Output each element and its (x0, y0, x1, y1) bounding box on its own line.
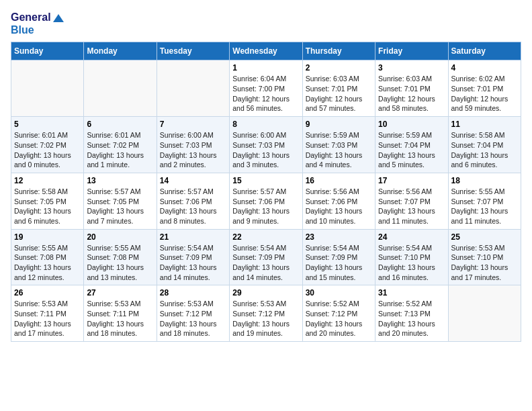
calendar-cell: 25Sunrise: 5:53 AM Sunset: 7:10 PM Dayli… (448, 229, 521, 285)
calendar-cell: 16Sunrise: 5:56 AM Sunset: 7:06 PM Dayli… (302, 173, 375, 229)
day-info: Sunrise: 5:54 AM Sunset: 7:09 PM Dayligh… (232, 243, 299, 283)
weekday-header-friday: Friday (375, 42, 448, 60)
calendar-cell: 10Sunrise: 5:59 AM Sunset: 7:04 PM Dayli… (375, 117, 448, 173)
day-info: Sunrise: 6:01 AM Sunset: 7:02 PM Dayligh… (87, 130, 153, 170)
weekday-header-wednesday: Wednesday (230, 42, 302, 60)
day-info: Sunrise: 5:54 AM Sunset: 7:09 PM Dayligh… (306, 243, 372, 283)
day-number: 25 (451, 232, 518, 242)
calendar-header-row: SundayMondayTuesdayWednesdayThursdayFrid… (11, 42, 521, 60)
calendar-cell: 30Sunrise: 5:52 AM Sunset: 7:12 PM Dayli… (302, 285, 375, 342)
day-number: 7 (160, 120, 226, 129)
calendar-cell: 15Sunrise: 5:57 AM Sunset: 7:06 PM Dayli… (230, 173, 302, 229)
day-info: Sunrise: 6:00 AM Sunset: 7:03 PM Dayligh… (160, 130, 226, 170)
day-number: 13 (87, 176, 153, 185)
calendar-week-row: 19Sunrise: 5:55 AM Sunset: 7:08 PM Dayli… (11, 229, 521, 285)
calendar-cell: 29Sunrise: 5:53 AM Sunset: 7:12 PM Dayli… (230, 285, 302, 342)
day-number: 3 (378, 63, 445, 73)
day-info: Sunrise: 5:54 AM Sunset: 7:09 PM Dayligh… (160, 243, 226, 283)
day-info: Sunrise: 5:58 AM Sunset: 7:05 PM Dayligh… (14, 187, 81, 226)
calendar-cell: 31Sunrise: 5:52 AM Sunset: 7:13 PM Dayli… (375, 285, 448, 342)
day-info: Sunrise: 5:56 AM Sunset: 7:07 PM Dayligh… (378, 187, 445, 226)
calendar-cell (84, 60, 157, 117)
day-info: Sunrise: 5:53 AM Sunset: 7:11 PM Dayligh… (87, 299, 153, 338)
day-number: 1 (232, 63, 299, 73)
calendar-cell: 7Sunrise: 6:00 AM Sunset: 7:03 PM Daylig… (157, 117, 229, 173)
day-info: Sunrise: 5:52 AM Sunset: 7:13 PM Dayligh… (378, 299, 445, 338)
day-info: Sunrise: 5:53 AM Sunset: 7:10 PM Dayligh… (451, 243, 518, 283)
day-number: 15 (232, 176, 299, 185)
day-number: 31 (378, 288, 445, 298)
day-info: Sunrise: 5:54 AM Sunset: 7:10 PM Dayligh… (378, 243, 445, 283)
calendar-week-row: 1Sunrise: 6:04 AM Sunset: 7:00 PM Daylig… (11, 60, 521, 117)
calendar-week-row: 26Sunrise: 5:53 AM Sunset: 7:11 PM Dayli… (11, 285, 521, 342)
day-info: Sunrise: 5:53 AM Sunset: 7:12 PM Dayligh… (160, 299, 226, 338)
day-number: 5 (14, 120, 81, 129)
calendar-cell: 12Sunrise: 5:58 AM Sunset: 7:05 PM Dayli… (11, 173, 84, 229)
day-number: 12 (14, 176, 81, 185)
calendar-cell (11, 60, 84, 117)
weekday-header-sunday: Sunday (11, 42, 84, 60)
calendar-week-row: 5Sunrise: 6:01 AM Sunset: 7:02 PM Daylig… (11, 117, 521, 173)
calendar-week-row: 12Sunrise: 5:58 AM Sunset: 7:05 PM Dayli… (11, 173, 521, 229)
page-header: General Blue (11, 11, 521, 36)
logo: General Blue (11, 11, 64, 36)
day-info: Sunrise: 5:53 AM Sunset: 7:12 PM Dayligh… (232, 299, 299, 338)
calendar-cell: 21Sunrise: 5:54 AM Sunset: 7:09 PM Dayli… (157, 229, 229, 285)
calendar-cell: 17Sunrise: 5:56 AM Sunset: 7:07 PM Dayli… (375, 173, 448, 229)
calendar-table: SundayMondayTuesdayWednesdayThursdayFrid… (11, 42, 521, 342)
day-number: 10 (378, 120, 445, 129)
day-info: Sunrise: 6:02 AM Sunset: 7:01 PM Dayligh… (451, 74, 518, 113)
calendar-cell: 14Sunrise: 5:57 AM Sunset: 7:06 PM Dayli… (157, 173, 229, 229)
calendar-cell: 22Sunrise: 5:54 AM Sunset: 7:09 PM Dayli… (230, 229, 302, 285)
day-number: 14 (160, 176, 226, 185)
calendar-cell: 13Sunrise: 5:57 AM Sunset: 7:05 PM Dayli… (84, 173, 157, 229)
calendar-cell: 3Sunrise: 6:03 AM Sunset: 7:01 PM Daylig… (375, 60, 448, 117)
day-info: Sunrise: 5:57 AM Sunset: 7:05 PM Dayligh… (87, 187, 153, 226)
day-number: 8 (232, 120, 299, 129)
day-info: Sunrise: 5:59 AM Sunset: 7:04 PM Dayligh… (378, 130, 445, 170)
day-info: Sunrise: 5:52 AM Sunset: 7:12 PM Dayligh… (306, 299, 372, 338)
calendar-cell: 23Sunrise: 5:54 AM Sunset: 7:09 PM Dayli… (302, 229, 375, 285)
day-info: Sunrise: 6:03 AM Sunset: 7:01 PM Dayligh… (378, 74, 445, 113)
day-number: 28 (160, 288, 226, 298)
calendar-cell: 27Sunrise: 5:53 AM Sunset: 7:11 PM Dayli… (84, 285, 157, 342)
weekday-header-saturday: Saturday (448, 42, 521, 60)
day-number: 27 (87, 288, 153, 298)
calendar-cell: 20Sunrise: 5:55 AM Sunset: 7:08 PM Dayli… (84, 229, 157, 285)
calendar-cell: 28Sunrise: 5:53 AM Sunset: 7:12 PM Dayli… (157, 285, 229, 342)
day-number: 9 (306, 120, 372, 129)
day-info: Sunrise: 5:57 AM Sunset: 7:06 PM Dayligh… (232, 187, 299, 226)
day-info: Sunrise: 6:04 AM Sunset: 7:00 PM Dayligh… (232, 74, 299, 113)
logo-text: General Blue (11, 11, 64, 36)
calendar-cell: 1Sunrise: 6:04 AM Sunset: 7:00 PM Daylig… (230, 60, 302, 117)
calendar-cell (157, 60, 229, 117)
calendar-cell (448, 285, 521, 342)
weekday-header-tuesday: Tuesday (157, 42, 229, 60)
weekday-header-thursday: Thursday (302, 42, 375, 60)
day-info: Sunrise: 6:00 AM Sunset: 7:03 PM Dayligh… (232, 130, 299, 170)
calendar-cell: 6Sunrise: 6:01 AM Sunset: 7:02 PM Daylig… (84, 117, 157, 173)
day-number: 18 (451, 176, 518, 185)
calendar-cell: 8Sunrise: 6:00 AM Sunset: 7:03 PM Daylig… (230, 117, 302, 173)
calendar-cell: 5Sunrise: 6:01 AM Sunset: 7:02 PM Daylig… (11, 117, 84, 173)
day-number: 22 (232, 232, 299, 242)
calendar-cell: 11Sunrise: 5:58 AM Sunset: 7:04 PM Dayli… (448, 117, 521, 173)
day-number: 24 (378, 232, 445, 242)
calendar-cell: 19Sunrise: 5:55 AM Sunset: 7:08 PM Dayli… (11, 229, 84, 285)
day-info: Sunrise: 5:53 AM Sunset: 7:11 PM Dayligh… (14, 299, 81, 338)
day-info: Sunrise: 5:55 AM Sunset: 7:08 PM Dayligh… (87, 243, 153, 283)
day-number: 2 (306, 63, 372, 73)
day-info: Sunrise: 5:56 AM Sunset: 7:06 PM Dayligh… (306, 187, 372, 226)
calendar-cell: 2Sunrise: 6:03 AM Sunset: 7:01 PM Daylig… (302, 60, 375, 117)
day-number: 4 (451, 63, 518, 73)
day-number: 29 (232, 288, 299, 298)
day-info: Sunrise: 5:58 AM Sunset: 7:04 PM Dayligh… (451, 130, 518, 170)
day-number: 17 (378, 176, 445, 185)
day-info: Sunrise: 5:55 AM Sunset: 7:08 PM Dayligh… (14, 243, 81, 283)
day-info: Sunrise: 5:57 AM Sunset: 7:06 PM Dayligh… (160, 187, 226, 226)
day-info: Sunrise: 5:55 AM Sunset: 7:07 PM Dayligh… (451, 187, 518, 226)
calendar-cell: 24Sunrise: 5:54 AM Sunset: 7:10 PM Dayli… (375, 229, 448, 285)
calendar-cell: 18Sunrise: 5:55 AM Sunset: 7:07 PM Dayli… (448, 173, 521, 229)
day-number: 23 (306, 232, 372, 242)
day-number: 19 (14, 232, 81, 242)
